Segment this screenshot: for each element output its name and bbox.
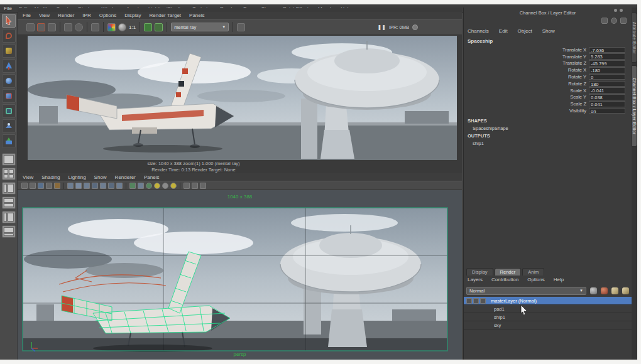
selected-object-name[interactable]: Spaceship <box>468 38 493 44</box>
safe-title-icon[interactable] <box>162 183 168 189</box>
select-camera-icon[interactable] <box>21 183 28 189</box>
remove-image-icon[interactable] <box>155 23 163 31</box>
channel-row-scale-y[interactable]: Scale Y0.038 <box>531 94 625 101</box>
rv-menu-display[interactable]: Display <box>124 13 141 18</box>
camera-attributes-icon[interactable] <box>38 183 44 189</box>
refresh-ipr-icon[interactable] <box>75 23 83 31</box>
render-all-layers-icon[interactable] <box>590 287 597 294</box>
layer-toggles[interactable] <box>466 298 486 304</box>
create-layer-from-selection-icon[interactable] <box>622 287 629 294</box>
window-controls[interactable] <box>614 9 623 12</box>
textured-icon[interactable] <box>84 183 90 189</box>
wireframe-icon[interactable] <box>67 183 74 189</box>
film-gate-icon[interactable] <box>138 183 144 189</box>
separate-view-icon[interactable] <box>192 183 198 189</box>
shadows-icon[interactable] <box>108 183 114 189</box>
image-plane-icon[interactable] <box>54 183 60 189</box>
cb-menu-show[interactable]: Show <box>542 28 555 34</box>
layer-row-pad1[interactable]: pad1 <box>464 305 632 313</box>
smooth-shade-icon[interactable] <box>75 183 82 189</box>
output-node-name[interactable]: ship1 <box>473 141 484 146</box>
textures-icon[interactable] <box>116 183 123 189</box>
vp-menu-shading[interactable]: Shading <box>41 174 60 180</box>
layout-four-pane-button[interactable] <box>2 168 16 180</box>
rgb-channels-icon[interactable] <box>107 23 116 31</box>
scale-tool-button[interactable] <box>2 89 16 103</box>
layer-row-masterlayer[interactable]: masterLayer (Normal) <box>464 297 632 305</box>
layer-row-sky[interactable]: sky <box>464 321 632 329</box>
channel-row-rotate-y[interactable]: Rotate Y0 <box>531 73 625 80</box>
blend-mode-dropdown[interactable]: Normal ▼ <box>466 287 586 295</box>
cb-menu-edit[interactable]: Edit <box>499 28 508 34</box>
select-tool-button[interactable] <box>2 14 16 28</box>
vp-menu-lighting[interactable]: Lighting <box>68 174 86 180</box>
speed-slow-icon[interactable] <box>601 18 608 24</box>
tab-display[interactable]: Display <box>466 268 493 276</box>
rv-menu-view[interactable]: View <box>39 13 50 18</box>
show-manipulator-button[interactable] <box>2 134 16 148</box>
tab-attribute-editor[interactable]: Attribute Editor <box>632 13 637 63</box>
cb-menu-channels[interactable]: Channels <box>468 28 489 34</box>
channel-row-rotate-x[interactable]: Rotate X-180 <box>531 67 625 73</box>
le-menu-contribution[interactable]: Contribution <box>491 277 518 282</box>
layer-row-ship1[interactable]: ship1 <box>464 313 632 321</box>
channel-row-scale-z[interactable]: Scale Z0.041 <box>531 100 625 107</box>
stop-render-icon[interactable] <box>412 24 418 30</box>
soft-mod-tool-button[interactable] <box>2 119 16 133</box>
le-menu-layers[interactable]: Layers <box>468 277 483 282</box>
paint-select-tool-button[interactable] <box>2 44 16 58</box>
tab-channel-box-layer-editor[interactable]: Channel Box / Layer Editor <box>632 65 637 147</box>
ipr-render-icon[interactable] <box>64 23 72 31</box>
redo-previous-render-icon[interactable] <box>26 23 35 31</box>
vp-menu-renderer[interactable]: Renderer <box>115 174 136 180</box>
lock-camera-icon[interactable] <box>30 183 36 189</box>
rv-menu-panels[interactable]: Panels <box>189 13 204 18</box>
renderer-dropdown[interactable]: mental ray ▼ <box>171 23 229 31</box>
menu-file[interactable]: File <box>4 6 12 11</box>
alpha-channel-icon[interactable] <box>118 23 126 31</box>
channel-row-scale-x[interactable]: Scale X-0.041 <box>531 87 625 94</box>
perspective-viewport[interactable]: 1040 x 388 persp <box>18 190 462 360</box>
channel-row-translate-y[interactable]: Translate Y5.283 <box>531 53 625 60</box>
render-region-icon[interactable] <box>37 23 45 31</box>
rv-menu-render-target[interactable]: Render Target <box>150 13 182 18</box>
safe-action-icon[interactable] <box>154 183 160 189</box>
field-chart-icon[interactable] <box>146 183 152 189</box>
layout-persp-outliner-button[interactable] <box>2 182 16 195</box>
channel-row-translate-z[interactable]: Translate Z-45.799 <box>531 60 625 67</box>
universal-manipulator-button[interactable] <box>2 104 16 118</box>
channel-row-translate-x[interactable]: Translate X-7.636 <box>531 46 625 53</box>
tab-render[interactable]: Render <box>495 268 522 276</box>
channel-row-visibility[interactable]: Visibilityon <box>531 107 625 114</box>
rv-menu-file[interactable]: File <box>23 13 31 18</box>
rv-menu-ipr[interactable]: IPR <box>82 13 90 18</box>
snapshot-camera-icon[interactable] <box>48 23 56 31</box>
vp-menu-view[interactable]: View <box>23 174 33 180</box>
speed-medium-icon[interactable] <box>611 18 617 24</box>
lights-icon[interactable] <box>100 183 106 189</box>
move-tool-button[interactable] <box>2 59 16 73</box>
layout-hypershade-persp-button[interactable] <box>2 211 16 223</box>
use-default-material-icon[interactable] <box>92 183 98 189</box>
lasso-tool-button[interactable] <box>2 29 16 43</box>
rv-menu-render[interactable]: Render <box>58 13 74 18</box>
pause-ipr-icon[interactable]: ❚❚ <box>378 24 386 30</box>
render-settings-icon[interactable] <box>237 23 245 31</box>
isolate-select-icon[interactable] <box>184 183 190 189</box>
vp-menu-panels[interactable]: Panels <box>144 174 159 180</box>
manipulator-icon[interactable] <box>620 18 627 24</box>
keep-image-icon[interactable] <box>144 23 152 31</box>
tab-anim[interactable]: Anim <box>522 268 544 276</box>
multi-pane-icon[interactable] <box>200 183 206 189</box>
create-empty-layer-icon[interactable] <box>611 287 618 294</box>
resolution-gate-icon[interactable] <box>129 183 136 189</box>
cb-menu-object[interactable]: Object <box>518 28 532 34</box>
vp-menu-show[interactable]: Show <box>94 174 107 180</box>
le-menu-options[interactable]: Options <box>527 277 545 282</box>
layout-persp-graph-button[interactable] <box>2 196 16 209</box>
one-to-one-button[interactable]: 1:1 <box>129 24 136 30</box>
layout-persp-relationship-button[interactable] <box>2 225 16 238</box>
render-current-layer-icon[interactable] <box>601 287 608 294</box>
channel-row-rotate-z[interactable]: Rotate Z180 <box>531 80 625 87</box>
bookmarks-icon[interactable] <box>46 183 52 189</box>
